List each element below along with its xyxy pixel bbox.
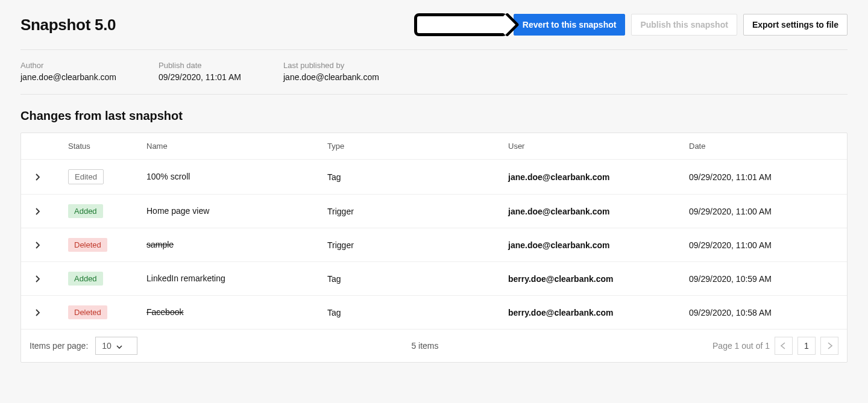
row-name: Home page view xyxy=(146,205,303,217)
row-user: jane.doe@clearbank.com xyxy=(508,207,689,216)
row-name: 100% scroll xyxy=(146,171,303,183)
row-type: Trigger xyxy=(327,207,508,216)
author-value: jane.doe@clearbank.com xyxy=(20,72,116,82)
table-footer: Items per page: 10 5 items Page 1 out of… xyxy=(21,329,847,362)
row-date: 09/29/2020, 10:59 AM xyxy=(689,274,836,284)
last-published-by-label: Last published by xyxy=(283,61,379,70)
col-name: Name xyxy=(146,142,327,151)
header-actions: Revert to this snapshot Publish this sna… xyxy=(414,13,848,36)
changes-section-title: Changes from last snapshot xyxy=(20,109,848,123)
expand-row-button[interactable] xyxy=(32,172,43,183)
table-row: DeletedsampleTriggerjane.doe@clearbank.c… xyxy=(21,228,847,261)
page-number: 1 xyxy=(797,337,816,355)
row-user: jane.doe@clearbank.com xyxy=(508,240,689,250)
page-title: Snapshot 5.0 xyxy=(20,16,116,34)
changes-table: Status Name Type User Date Edited100% sc… xyxy=(20,133,848,363)
publish-date-value: 09/29/2020, 11:01 AM xyxy=(159,72,241,82)
author-label: Author xyxy=(20,61,116,70)
col-type: Type xyxy=(327,142,508,151)
publish-button: Publish this snapshot xyxy=(631,14,737,36)
next-page-button[interactable] xyxy=(820,337,838,355)
row-date: 09/29/2020, 11:00 AM xyxy=(689,207,836,216)
col-date: Date xyxy=(689,142,836,151)
chevron-down-icon xyxy=(116,341,122,351)
row-name: sample xyxy=(146,239,303,251)
table-row: Edited100% scrollTagjane.doe@clearbank.c… xyxy=(21,159,847,194)
divider xyxy=(20,94,848,95)
row-user: berry.doe@clearbank.com xyxy=(508,274,689,284)
row-user: jane.doe@clearbank.com xyxy=(508,172,689,182)
prev-page-button[interactable] xyxy=(775,337,793,355)
row-date: 09/29/2020, 11:00 AM xyxy=(689,240,836,250)
expand-row-button[interactable] xyxy=(32,273,43,284)
table-header: Status Name Type User Date xyxy=(21,133,847,159)
tag-icon xyxy=(414,13,508,36)
items-per-page-label: Items per page: xyxy=(30,341,88,351)
table-row: AddedLinkedIn remarketingTagberry.doe@cl… xyxy=(21,261,847,295)
expand-row-button[interactable] xyxy=(32,206,43,217)
table-row: AddedHome page viewTriggerjane.doe@clear… xyxy=(21,194,847,228)
status-badge: Added xyxy=(68,204,103,218)
expand-row-button[interactable] xyxy=(32,307,43,318)
meta-row: Author jane.doe@clearbank.com Publish da… xyxy=(20,50,848,94)
page-info: Page 1 out of 1 xyxy=(712,341,770,351)
expand-row-button[interactable] xyxy=(32,240,43,251)
items-count: 5 items xyxy=(411,341,438,351)
row-type: Tag xyxy=(327,308,508,317)
row-type: Tag xyxy=(327,274,508,284)
table-row: DeletedFacebookTagberry.doe@clearbank.co… xyxy=(21,295,847,329)
row-type: Trigger xyxy=(327,240,508,250)
status-badge: Edited xyxy=(68,169,104,184)
row-name: Facebook xyxy=(146,307,303,318)
row-date: 09/29/2020, 10:58 AM xyxy=(689,308,836,317)
last-published-by-value: jane.doe@clearbank.com xyxy=(283,72,379,82)
row-user: berry.doe@clearbank.com xyxy=(508,308,689,317)
status-badge: Deleted xyxy=(68,238,107,252)
row-name: LinkedIn remarketing xyxy=(146,273,303,284)
status-badge: Added xyxy=(68,272,103,286)
row-date: 09/29/2020, 11:01 AM xyxy=(689,172,836,182)
publish-date-label: Publish date xyxy=(159,61,241,70)
export-button[interactable]: Export settings to file xyxy=(743,14,848,36)
revert-button[interactable]: Revert to this snapshot xyxy=(514,14,626,36)
col-status: Status xyxy=(68,142,146,151)
status-badge: Deleted xyxy=(68,305,107,319)
col-user: User xyxy=(508,142,689,151)
items-per-page-value: 10 xyxy=(102,341,112,351)
row-type: Tag xyxy=(327,172,508,182)
items-per-page-select[interactable]: 10 xyxy=(95,337,137,355)
